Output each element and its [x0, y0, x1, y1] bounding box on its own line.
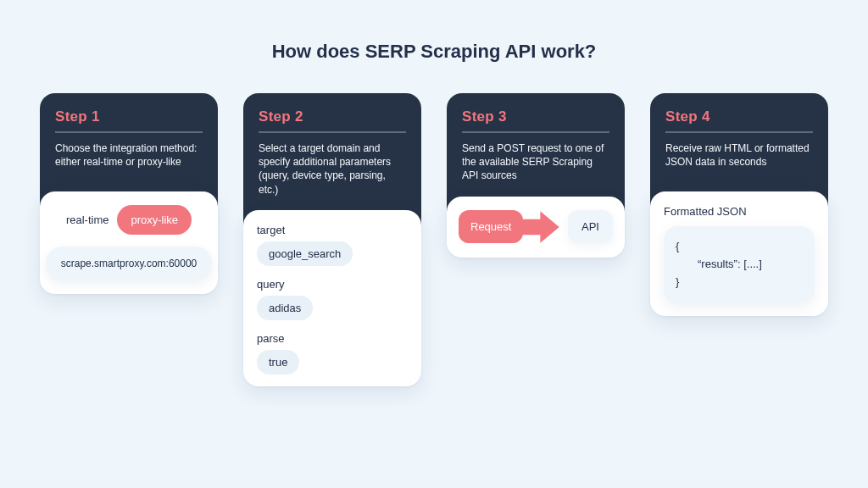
step-1-panel: real-time proxy-like scrape.smartproxy.c…: [40, 191, 218, 294]
option-proxylike: proxy-like: [117, 205, 192, 235]
step-3-desc: Send a POST request to one of the availa…: [462, 141, 609, 183]
step-4: Step 4 Receive raw HTML or formatted JSO…: [650, 93, 828, 316]
step-3-label: Step 3: [462, 108, 609, 125]
step-4-divider: [665, 131, 813, 133]
step-3-panel: Request API: [447, 197, 625, 258]
arrow-right-icon: [521, 208, 561, 246]
api-chip: API: [568, 210, 613, 243]
step-1: Step 1 Choose the integration method: ei…: [40, 93, 218, 294]
json-line-1: {: [676, 238, 803, 256]
page-title: How does SERP Scraping API work?: [0, 0, 868, 63]
formatted-json-label: Formatted JSON: [664, 205, 815, 218]
field-query-value: adidas: [257, 296, 313, 320]
json-line-2: “results”: [....]: [676, 256, 803, 274]
step-3: Step 3 Send a POST request to one of the…: [447, 93, 625, 258]
step-4-panel: Formatted JSON { “results”: [....] }: [650, 191, 828, 316]
endpoint-chip: scrape.smartproxy.com:60000: [46, 247, 212, 280]
json-line-3: }: [676, 274, 803, 291]
field-parse-value: true: [257, 350, 299, 374]
step-2-label: Step 2: [259, 108, 406, 125]
step-2-panel: target google_search query adidas parse …: [243, 210, 421, 386]
step-2: Step 2 Select a target domain and specif…: [243, 93, 421, 386]
step-4-desc: Receive raw HTML or formatted JSON data …: [665, 141, 813, 169]
field-parse-label: parse: [257, 332, 408, 345]
option-realtime: real-time: [66, 214, 109, 226]
step-1-label: Step 1: [55, 108, 203, 125]
step-1-divider: [55, 131, 203, 133]
step-2-divider: [259, 131, 406, 133]
svg-marker-0: [521, 211, 559, 242]
step-4-label: Step 4: [665, 108, 813, 125]
request-chip: Request: [459, 210, 523, 243]
field-query-label: query: [257, 278, 408, 291]
field-target-label: target: [257, 224, 408, 236]
field-target-value: google_search: [257, 241, 353, 266]
steps-row: Step 1 Choose the integration method: ei…: [0, 63, 868, 386]
step-1-desc: Choose the integration method: either re…: [55, 141, 203, 169]
step-2-desc: Select a target domain and specify addit…: [259, 141, 406, 197]
json-output: { “results”: [....] }: [664, 226, 815, 302]
step-3-divider: [462, 131, 609, 133]
